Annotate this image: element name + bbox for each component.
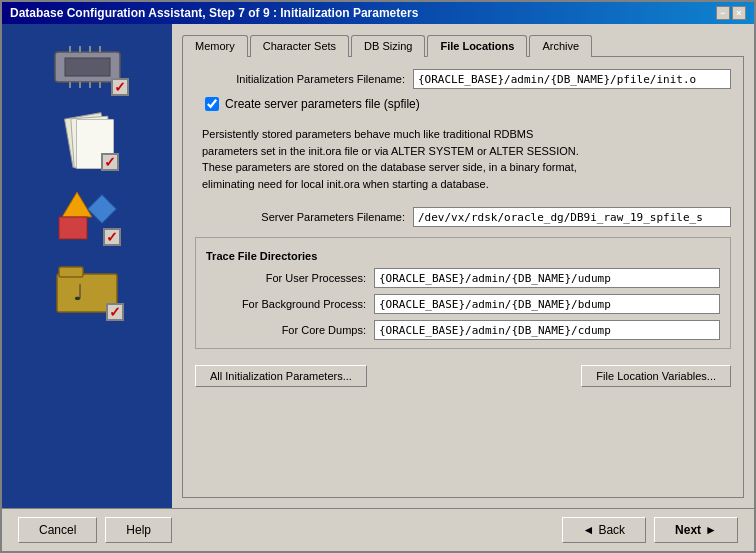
tab-memory[interactable]: Memory <box>182 35 248 57</box>
footer-right-buttons: ◄ Back Next ► <box>562 517 738 543</box>
trace-background-label: For Background Process: <box>206 298 366 310</box>
description-text: Persistently stored parameters behave mu… <box>195 119 731 199</box>
back-button[interactable]: ◄ Back <box>562 517 647 543</box>
footer: Cancel Help ◄ Back Next ► <box>2 508 754 551</box>
chip-checkbox: ✓ <box>111 78 129 96</box>
trace-row-user: For User Processes: <box>206 268 720 288</box>
shapes-checkbox: ✓ <box>103 228 121 246</box>
file-location-vars-button[interactable]: File Location Variables... <box>581 365 731 387</box>
svg-rect-14 <box>59 267 83 277</box>
back-arrow-icon: ◄ <box>583 523 595 537</box>
init-params-row: Initialization Parameters Filename: <box>195 69 731 89</box>
main-window: Database Configuration Assistant, Step 7… <box>0 0 756 553</box>
title-bar: Database Configuration Assistant, Step 7… <box>2 2 754 24</box>
help-button[interactable]: Help <box>105 517 172 543</box>
minimize-button[interactable]: − <box>716 6 730 20</box>
main-content: Memory Character Sets DB Sizing File Loc… <box>172 24 754 508</box>
tabs-row: Memory Character Sets DB Sizing File Loc… <box>182 34 744 56</box>
server-params-label: Server Parameters Filename: <box>225 211 405 223</box>
init-params-label: Initialization Parameters Filename: <box>195 73 405 85</box>
trace-row-coredumps: For Core Dumps: <box>206 320 720 340</box>
next-label: Next <box>675 523 701 537</box>
docs-checkbox: ✓ <box>101 153 119 171</box>
svg-marker-10 <box>62 192 92 217</box>
svg-rect-11 <box>59 217 87 239</box>
trace-section-header: Trace File Directories <box>206 250 720 262</box>
tab-character-sets[interactable]: Character Sets <box>250 35 349 57</box>
bottom-action-buttons: All Initialization Parameters... File Lo… <box>195 365 731 387</box>
server-params-input[interactable] <box>413 207 731 227</box>
footer-left-buttons: Cancel Help <box>18 517 172 543</box>
trace-background-input[interactable] <box>374 294 720 314</box>
trace-section: Trace File Directories For User Processe… <box>195 237 731 349</box>
trace-user-label: For User Processes: <box>206 272 366 284</box>
all-init-params-button[interactable]: All Initialization Parameters... <box>195 365 367 387</box>
sidebar-icon-folder-music: ♩ ✓ <box>55 262 120 317</box>
init-params-input[interactable] <box>413 69 731 89</box>
trace-coredumps-label: For Core Dumps: <box>206 324 366 336</box>
folder-checkbox: ✓ <box>106 303 124 321</box>
sidebar-icon-chip: ✓ <box>50 44 125 92</box>
create-spfile-row: Create server parameters file (spfile) <box>205 97 731 111</box>
create-spfile-checkbox[interactable] <box>205 97 219 111</box>
title-bar-buttons: − × <box>716 6 746 20</box>
svg-text:♩: ♩ <box>73 280 83 305</box>
tab-db-sizing[interactable]: DB Sizing <box>351 35 425 57</box>
svg-rect-12 <box>88 195 116 223</box>
create-spfile-label: Create server parameters file (spfile) <box>225 97 420 111</box>
close-button[interactable]: × <box>732 6 746 20</box>
tab-archive[interactable]: Archive <box>529 35 592 57</box>
window-title: Database Configuration Assistant, Step 7… <box>10 6 418 20</box>
window-body: ✓ ✓ <box>2 24 754 508</box>
tab-content: Initialization Parameters Filename: Crea… <box>182 56 744 498</box>
next-button[interactable]: Next ► <box>654 517 738 543</box>
trace-user-input[interactable] <box>374 268 720 288</box>
cancel-button[interactable]: Cancel <box>18 517 97 543</box>
sidebar: ✓ ✓ <box>2 24 172 508</box>
server-params-row: Server Parameters Filename: <box>225 207 731 227</box>
tab-file-locations[interactable]: File Locations <box>427 35 527 57</box>
next-arrow-icon: ► <box>705 523 717 537</box>
sidebar-icon-documents: ✓ <box>60 112 115 167</box>
svg-rect-1 <box>65 58 110 76</box>
sidebar-icon-shapes: ✓ <box>57 187 117 242</box>
back-label: Back <box>598 523 625 537</box>
trace-row-background: For Background Process: <box>206 294 720 314</box>
trace-coredumps-input[interactable] <box>374 320 720 340</box>
